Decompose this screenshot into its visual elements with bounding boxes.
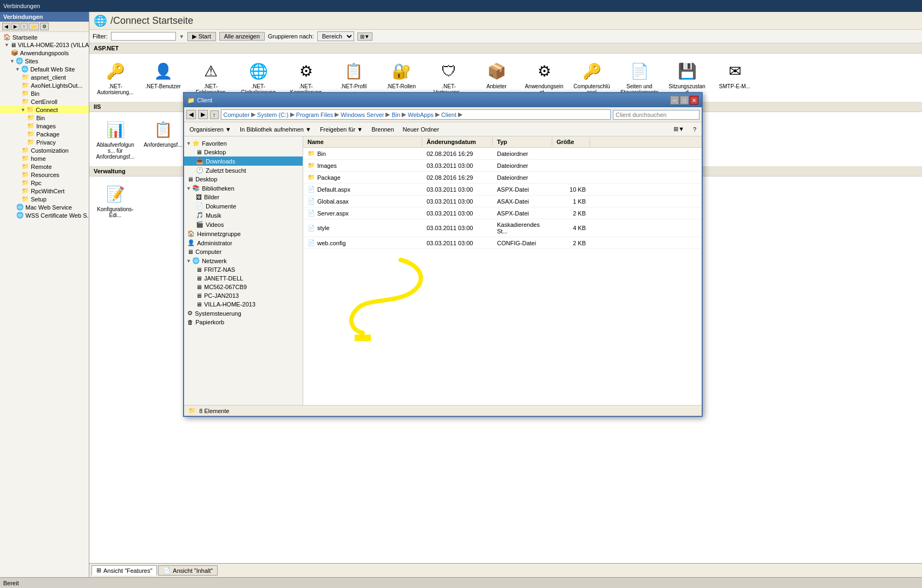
tree-item[interactable]: 📁Resources xyxy=(0,171,89,179)
explorer-addr-computer[interactable]: Computer xyxy=(224,112,250,118)
icon-item[interactable]: 📊Ablaufverfolguns... für Anforderungsf..… xyxy=(94,116,137,162)
explorer-tree-item[interactable]: ⚙Systemsteuerung xyxy=(184,309,303,318)
tree-item[interactable]: 🏠Startseite xyxy=(0,33,89,41)
explorer-tree-item[interactable]: 📄Dokumente xyxy=(184,201,303,211)
explorer-tree-item[interactable]: 🖥MC562-067CB9 xyxy=(184,283,303,291)
tree-item[interactable]: 🌐Mac Web Service xyxy=(0,203,89,211)
icon-label: .NET-Profil xyxy=(341,83,367,89)
show-all-btn[interactable]: Alle anzeigen xyxy=(219,32,265,41)
explorer-tree-item[interactable]: 🎬Videos xyxy=(184,220,303,229)
tree-item[interactable]: 📁Remote xyxy=(0,162,89,171)
explorer-tree-item[interactable]: 🖥Computer xyxy=(184,247,303,256)
explorer-tree-item[interactable]: 🖥PC-JAN2013 xyxy=(184,291,303,300)
icon-item[interactable]: ✉SMTP-E-M... xyxy=(713,58,756,97)
organize-btn[interactable]: Organisieren ▼ xyxy=(186,126,234,133)
tree-item[interactable]: 🌐WSS Certificate Web S... xyxy=(0,211,89,219)
explorer-addr-progfiles[interactable]: Program Files xyxy=(296,112,333,118)
explorer-file-row[interactable]: 📄 Server.aspx 03.03.2011 03:00 ASPX-Date… xyxy=(303,207,702,219)
explorer-tree-item[interactable]: ▼⭐Favoriten xyxy=(184,139,303,148)
tab-features[interactable]: ⊞ Ansicht "Features" xyxy=(91,565,157,576)
col-name[interactable]: Name xyxy=(303,138,422,146)
explorer-tree-item[interactable]: 🖼Bilder xyxy=(184,193,303,201)
filter-input[interactable] xyxy=(111,32,176,41)
tree-item[interactable]: 📁Privacy xyxy=(0,138,89,146)
explorer-addr-client[interactable]: Client xyxy=(441,112,456,118)
nav-up-btn[interactable]: ↑ xyxy=(21,23,28,30)
tree-item[interactable]: 📁Setup xyxy=(0,195,89,203)
explorer-forward-btn[interactable]: ▶ xyxy=(198,110,208,119)
tree-item[interactable]: 📁Rpc xyxy=(0,179,89,187)
nav-star-btn[interactable]: ⭐ xyxy=(29,23,39,30)
start-btn[interactable]: ▶ Start xyxy=(187,32,215,41)
view-btn[interactable]: ⊞▼ xyxy=(357,32,372,41)
icon-label: Konfigurations-Edi... xyxy=(96,206,135,218)
tree-item[interactable]: 📁Images xyxy=(0,122,89,130)
nav-gear-btn[interactable]: ⚙ xyxy=(40,23,49,30)
tab-content[interactable]: 📄 Ansicht "Inhalt" xyxy=(158,565,218,576)
add-library-btn[interactable]: In Bibliothek aufnehmen ▼ xyxy=(237,126,315,133)
explorer-file-row[interactable]: 📄 style 03.03.2011 03:00 Kaskadierendes … xyxy=(303,219,702,237)
explorer-tree-item[interactable]: 🖥Desktop xyxy=(184,175,303,184)
icon-item[interactable]: 👤.NET-Benutzer xyxy=(141,58,185,97)
explorer-tree-item[interactable]: ▼🌐Netzwerk xyxy=(184,256,303,265)
icon-item[interactable]: 📋Anforderungsf... xyxy=(141,116,185,162)
explorer-tree-item[interactable]: 🖥Desktop xyxy=(184,148,303,156)
explorer-up-btn[interactable]: ↑ xyxy=(210,110,219,119)
view-toggle-btn[interactable]: ⊞▼ xyxy=(670,125,688,133)
nav-back-btn[interactable]: ◀ xyxy=(2,23,10,30)
explorer-file-row[interactable]: 📁 Bin 02.08.2016 16:29 Dateiordner xyxy=(303,148,702,160)
explorer-address-bar[interactable]: Computer ▶ System (C:) ▶ Program Files ▶… xyxy=(221,109,611,120)
file-type-cell: Dateiordner xyxy=(493,149,552,158)
explorer-tree-item[interactable]: 🎵Musik xyxy=(184,211,303,220)
tree-item[interactable]: 📦Anwendungspools xyxy=(0,49,89,57)
nav-forward-btn[interactable]: ▶ xyxy=(11,23,19,30)
explorer-tree-item[interactable]: 🕐Zuletzt besucht xyxy=(184,166,303,175)
explorer-tree-item[interactable]: 🖥JANETT-DELL xyxy=(184,274,303,283)
explorer-file-row[interactable]: 📁 Package 02.08.2016 16:29 Dateiordner xyxy=(303,172,702,184)
tree-item[interactable]: 📁Package xyxy=(0,130,89,138)
explorer-file-row[interactable]: 📄 web.config 03.03.2011 03:00 CONFIG-Dat… xyxy=(303,237,702,249)
tree-item[interactable]: ▼🌐Sites xyxy=(0,57,89,65)
icon-item[interactable]: 🔑.NET-Autorisierung... xyxy=(94,58,137,97)
tree-item[interactable]: 📁aspnet_client xyxy=(0,73,89,81)
tree-item[interactable]: ▼🖥VILLA-HOME-2013 (VILLA-HO... xyxy=(0,41,89,49)
tree-item[interactable]: 📁Bin xyxy=(0,89,89,97)
tree-item[interactable]: 📁CertEnroll xyxy=(0,97,89,106)
share-btn[interactable]: Freigeben für ▼ xyxy=(317,126,366,133)
explorer-tree-item[interactable]: 🖥VILLA-HOME-2013 xyxy=(184,300,303,309)
explorer-back-btn[interactable]: ◀ xyxy=(186,110,196,119)
new-folder-btn[interactable]: Neuer Ordner xyxy=(400,126,442,133)
explorer-file-row[interactable]: 📁 Images 03.03.2011 03:00 Dateiordner xyxy=(303,160,702,172)
tree-item[interactable]: 📁home xyxy=(0,154,89,162)
tree-item[interactable]: 📁RpcWithCert xyxy=(0,187,89,195)
explorer-minimize-btn[interactable]: ─ xyxy=(670,96,679,104)
explorer-addr-winserver[interactable]: Windows Server xyxy=(341,112,384,118)
help-btn[interactable]: ? xyxy=(690,126,699,133)
explorer-close-btn[interactable]: ✕ xyxy=(690,96,698,104)
col-date[interactable]: Änderungsdatum xyxy=(422,138,493,146)
col-type[interactable]: Typ xyxy=(493,138,552,146)
explorer-tree-item[interactable]: 🏠Heimnetzgruppe xyxy=(184,229,303,238)
explorer-addr-c[interactable]: System (C:) xyxy=(257,112,289,118)
tree-item[interactable]: 📁Bin xyxy=(0,114,89,122)
icon-img: 🛡 xyxy=(438,60,460,82)
col-size[interactable]: Größe xyxy=(552,138,590,146)
tree-item[interactable]: ▼🌐Default Web Site xyxy=(0,65,89,73)
explorer-addr-webapps[interactable]: WebApps xyxy=(408,112,434,118)
explorer-tree-item[interactable]: 📥Downloads xyxy=(184,156,303,166)
tree-item[interactable]: ▼📁Connect xyxy=(0,106,89,114)
tree-item[interactable]: 📁Customization xyxy=(0,146,89,154)
explorer-file-row[interactable]: 📄 Default.aspx 03.03.2011 03:00 ASPX-Dat… xyxy=(303,184,702,195)
tree-item[interactable]: 📁AxoNet.LightsOut... xyxy=(0,81,89,89)
explorer-file-row[interactable]: 📄 Global.asax 03.03.2011 03:00 ASAX-Date… xyxy=(303,195,702,207)
explorer-tree-item[interactable]: ▼📚Bibliotheken xyxy=(184,184,303,193)
explorer-maximize-btn[interactable]: □ xyxy=(680,96,689,104)
explorer-tree-item[interactable]: 🖥FRITZ-NAS xyxy=(184,265,303,274)
explorer-addr-bin[interactable]: Bin xyxy=(391,112,400,118)
explorer-tree-item[interactable]: 🗑Papierkorb xyxy=(184,318,303,326)
burn-btn[interactable]: Brennen xyxy=(368,126,397,133)
group-select[interactable]: Bereich xyxy=(317,31,354,41)
icon-item[interactable]: 📝Konfigurations-Edi... xyxy=(94,181,137,220)
explorer-search-input[interactable] xyxy=(613,110,699,120)
explorer-tree-item[interactable]: 👤Administrator xyxy=(184,238,303,247)
